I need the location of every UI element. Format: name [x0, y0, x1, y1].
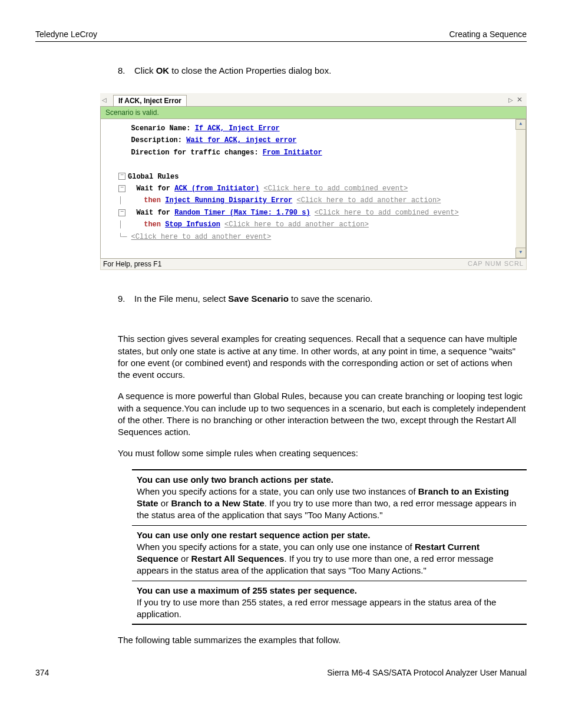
- fold-icon[interactable]: −: [118, 173, 125, 180]
- rule1-line: − Wait for ACK (from Initiator) <Click h…: [118, 183, 524, 195]
- tab-scroll-right-icon[interactable]: ▷: [507, 97, 515, 103]
- tab-bar: ◁ If ACK, Inject Error ▷ ✕: [100, 93, 527, 107]
- scroll-up-icon[interactable]: ▲: [515, 119, 526, 130]
- step-number: 9.: [118, 294, 134, 304]
- scenario-tab[interactable]: If ACK, Inject Error: [113, 95, 187, 106]
- table-row: You can use only two branch actions per …: [132, 470, 527, 526]
- close-icon[interactable]: ✕: [515, 95, 527, 104]
- page-header: Teledyne LeCroy Creating a Sequence: [35, 29, 527, 42]
- description-value[interactable]: Wait for ACK, inject error: [186, 136, 296, 144]
- statusbar-indicators: CAP NUM SCRL: [468, 260, 524, 268]
- rule-body: If you try to use more than 255 states, …: [137, 597, 496, 619]
- step-text: Click OK to close the Action Properties …: [134, 65, 527, 75]
- add-action-placeholder[interactable]: <Click here to add another action>: [224, 220, 369, 229]
- step-9: 9. In the File menu, select Save Scenari…: [118, 294, 527, 304]
- add-event-placeholder[interactable]: <Click here to add another event>: [131, 233, 272, 241]
- rule-body: When you specify actions for a state, yo…: [137, 542, 415, 552]
- scenario-status: Scenario is valid.: [100, 107, 527, 119]
- step-text-pre: Click: [134, 65, 156, 75]
- table-row: You can use only one restart sequence ac…: [132, 525, 527, 581]
- wait-for-label: Wait for: [136, 185, 170, 193]
- description-line: Description: Wait for ACK, inject error: [118, 134, 524, 146]
- rule1-then-line: │ then Inject Running Disparity Error <C…: [118, 195, 524, 206]
- step-8: 8. Click OK to close the Action Properti…: [118, 65, 527, 75]
- rule-title: You can use a maximum of 255 states per …: [137, 585, 357, 595]
- page-footer: 374 Sierra M6-4 SAS/SATA Protocol Analyz…: [35, 668, 527, 677]
- rule-title: You can use only one restart sequence ac…: [137, 530, 371, 540]
- global-rules-label: Global Rules: [128, 173, 178, 181]
- step-number: 8.: [118, 65, 134, 75]
- fold-icon[interactable]: −: [118, 185, 125, 192]
- wait-for-label: Wait for: [136, 209, 170, 217]
- then-label: then: [144, 196, 161, 205]
- rule-title: You can use only two branch actions per …: [137, 475, 333, 485]
- add-action-placeholder[interactable]: <Click here to add another action>: [296, 196, 441, 205]
- step-text-post: to save the scenario.: [289, 294, 373, 304]
- step-text-pre: In the File menu, select: [134, 294, 228, 304]
- step-text-post: to close the Action Properties dialog bo…: [169, 65, 331, 75]
- direction-line: Direction for traffic changes: From Init…: [118, 147, 524, 159]
- header-right: Creating a Sequence: [449, 29, 527, 39]
- statusbar-help: For Help, press F1: [103, 260, 161, 268]
- scenario-name-line: Scenario Name: If ACK, Inject Error: [118, 123, 524, 134]
- direction-value[interactable]: From Initiator: [263, 149, 322, 157]
- scroll-down-icon[interactable]: ▼: [515, 248, 526, 258]
- add-combined-event-placeholder[interactable]: <Click here to add combined event>: [315, 209, 459, 217]
- scenario-name-label: Scenario Name:: [131, 124, 195, 133]
- step-text: In the File menu, select Save Scenario t…: [134, 294, 527, 304]
- rules-table: You can use only two branch actions per …: [132, 469, 527, 625]
- rule2-event[interactable]: Random Timer (Max Time: 1.790 s): [174, 209, 310, 217]
- paragraph: A sequence is more powerful than Global …: [118, 390, 527, 438]
- rule-body: or: [178, 554, 191, 564]
- rule2-line: − Wait for Random Timer (Max Time: 1.790…: [118, 207, 524, 219]
- paragraph: The following table summarizes the examp…: [118, 634, 527, 646]
- global-rules-line: −Global Rules: [118, 171, 524, 183]
- direction-label: Direction for traffic changes:: [131, 149, 263, 157]
- paragraph: This section gives several examples for …: [118, 333, 527, 381]
- rule1-event[interactable]: ACK (from Initiator): [174, 185, 259, 193]
- footer-title: Sierra M6-4 SAS/SATA Protocol Analyzer U…: [327, 668, 527, 677]
- rule2-action[interactable]: Stop Infusion: [165, 220, 220, 229]
- rule-body: or: [158, 498, 171, 508]
- fold-icon[interactable]: −: [118, 209, 125, 216]
- scrollbar-track[interactable]: [516, 129, 526, 248]
- rule1-action[interactable]: Inject Running Disparity Error: [165, 196, 292, 205]
- rule-bold: Branch to a New State: [171, 498, 264, 508]
- description-label: Description:: [131, 136, 187, 144]
- screenshot-panel: ◁ If ACK, Inject Error ▷ ✕ Scenario is v…: [100, 93, 527, 270]
- scenario-name-value[interactable]: If ACK, Inject Error: [195, 124, 280, 133]
- page-number: 374: [35, 668, 49, 677]
- rule2-then-line: │ then Stop Infusion <Click here to add …: [118, 219, 524, 230]
- add-event-line: └─ <Click here to add another event>: [118, 231, 524, 243]
- step-text-bold: Save Scenario: [228, 294, 289, 304]
- rule-body: When you specify actions for a state, yo…: [137, 486, 418, 496]
- rule-bold: Restart All Sequences: [191, 554, 285, 564]
- tab-scroll-left-icon[interactable]: ◁: [100, 97, 108, 103]
- status-bar: For Help, press F1 CAP NUM SCRL: [100, 259, 527, 270]
- scenario-editor[interactable]: ▲ ▼ Scenario Name: If ACK, Inject Error …: [100, 119, 527, 259]
- header-left: Teledyne LeCroy: [35, 29, 97, 39]
- table-row: You can use a maximum of 255 states per …: [132, 581, 527, 624]
- add-combined-event-placeholder[interactable]: <Click here to add combined event>: [263, 185, 408, 193]
- step-text-bold: OK: [156, 65, 170, 75]
- then-label: then: [144, 220, 161, 229]
- paragraph: You must follow some simple rules when c…: [118, 447, 527, 459]
